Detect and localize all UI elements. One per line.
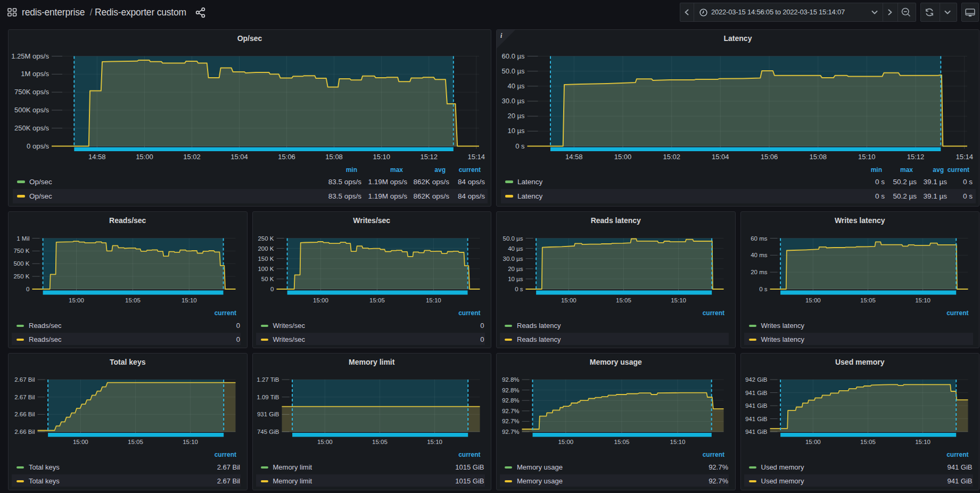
svg-text:0 s: 0 s bbox=[759, 286, 768, 292]
svg-text:250 K: 250 K bbox=[13, 273, 29, 280]
svg-text:10 µs: 10 µs bbox=[508, 276, 523, 282]
svg-text:15:12: 15:12 bbox=[420, 153, 438, 161]
svg-text:0 s: 0 s bbox=[515, 286, 523, 292]
svg-text:92.7%: 92.7% bbox=[502, 418, 520, 424]
svg-text:2.67 Bil: 2.67 Bil bbox=[14, 394, 35, 400]
svg-text:15:00: 15:00 bbox=[313, 297, 328, 303]
svg-text:15:02: 15:02 bbox=[663, 153, 680, 161]
svg-text:15:05: 15:05 bbox=[372, 439, 388, 445]
svg-text:200 K: 200 K bbox=[258, 245, 274, 252]
svg-text:745 GiB: 745 GiB bbox=[257, 429, 279, 435]
svg-text:941 GiB: 941 GiB bbox=[745, 416, 767, 422]
svg-text:20 ms: 20 ms bbox=[751, 269, 768, 275]
svg-text:14:58: 14:58 bbox=[565, 153, 583, 161]
svg-text:20 µs: 20 µs bbox=[507, 112, 525, 120]
svg-text:15:04: 15:04 bbox=[230, 153, 248, 161]
svg-text:15:00: 15:00 bbox=[805, 439, 820, 445]
svg-text:40 ms: 40 ms bbox=[751, 252, 768, 258]
svg-text:92.8%: 92.8% bbox=[502, 397, 520, 404]
svg-text:15:10: 15:10 bbox=[425, 297, 441, 303]
svg-text:15:00: 15:00 bbox=[73, 439, 88, 445]
svg-text:0 ops/s: 0 ops/s bbox=[27, 142, 49, 150]
svg-text:15:14: 15:14 bbox=[956, 153, 973, 161]
svg-text:250 K: 250 K bbox=[258, 235, 274, 242]
svg-text:150 K: 150 K bbox=[258, 256, 274, 262]
svg-text:40 µs: 40 µs bbox=[508, 245, 523, 252]
svg-text:15:02: 15:02 bbox=[183, 153, 201, 161]
svg-text:15:08: 15:08 bbox=[809, 153, 827, 161]
svg-text:941 GiB: 941 GiB bbox=[745, 402, 767, 409]
svg-text:2.66 Bil: 2.66 Bil bbox=[14, 411, 35, 417]
svg-text:30.0 µs: 30.0 µs bbox=[502, 97, 525, 105]
svg-text:15:00: 15:00 bbox=[614, 153, 632, 161]
svg-text:15:05: 15:05 bbox=[860, 297, 876, 303]
svg-text:15:05: 15:05 bbox=[614, 439, 630, 445]
svg-text:1.09 TiB: 1.09 TiB bbox=[257, 394, 279, 400]
svg-text:0: 0 bbox=[270, 286, 274, 292]
svg-text:750 K: 750 K bbox=[13, 248, 29, 254]
svg-text:15:10: 15:10 bbox=[915, 297, 930, 303]
svg-text:15:08: 15:08 bbox=[325, 153, 343, 161]
svg-text:15:05: 15:05 bbox=[369, 297, 385, 303]
svg-text:1 Mil: 1 Mil bbox=[17, 235, 29, 242]
svg-text:15:10: 15:10 bbox=[183, 439, 198, 445]
svg-text:15:00: 15:00 bbox=[805, 297, 820, 303]
svg-text:15:12: 15:12 bbox=[907, 153, 925, 161]
svg-text:15:05: 15:05 bbox=[616, 297, 631, 303]
svg-text:0 s: 0 s bbox=[515, 142, 525, 150]
svg-text:60 ms: 60 ms bbox=[751, 235, 768, 242]
svg-text:15:05: 15:05 bbox=[125, 297, 141, 303]
svg-text:15:10: 15:10 bbox=[915, 439, 930, 445]
svg-text:2.66 Bil: 2.66 Bil bbox=[14, 429, 35, 435]
svg-text:500 K: 500 K bbox=[13, 260, 29, 267]
svg-text:942 GiB: 942 GiB bbox=[745, 376, 767, 383]
svg-text:15:10: 15:10 bbox=[182, 297, 197, 303]
svg-text:250K ops/s: 250K ops/s bbox=[14, 124, 50, 132]
svg-text:1M ops/s: 1M ops/s bbox=[21, 70, 49, 78]
svg-text:941 GiB: 941 GiB bbox=[745, 390, 767, 396]
svg-text:750K ops/s: 750K ops/s bbox=[14, 88, 50, 96]
svg-text:15:00: 15:00 bbox=[136, 153, 153, 161]
svg-text:30.0 µs: 30.0 µs bbox=[503, 256, 523, 262]
svg-text:15:06: 15:06 bbox=[761, 153, 778, 161]
svg-text:15:06: 15:06 bbox=[278, 153, 295, 161]
svg-text:50 K: 50 K bbox=[261, 276, 274, 282]
svg-text:15:00: 15:00 bbox=[561, 297, 577, 303]
svg-text:10 µs: 10 µs bbox=[507, 127, 525, 135]
svg-text:15:10: 15:10 bbox=[671, 297, 686, 303]
svg-text:2.67 Bil: 2.67 Bil bbox=[14, 376, 35, 383]
svg-text:92.8%: 92.8% bbox=[502, 387, 520, 393]
svg-text:941 GiB: 941 GiB bbox=[745, 429, 767, 435]
svg-text:0: 0 bbox=[26, 286, 29, 292]
svg-text:1.27 TiB: 1.27 TiB bbox=[257, 376, 279, 383]
svg-text:50.0 µs: 50.0 µs bbox=[502, 67, 525, 75]
svg-text:60.0 µs: 60.0 µs bbox=[502, 52, 525, 60]
svg-text:92.7%: 92.7% bbox=[502, 408, 520, 414]
svg-text:15:00: 15:00 bbox=[317, 439, 332, 445]
svg-text:15:00: 15:00 bbox=[69, 297, 84, 303]
svg-text:14:58: 14:58 bbox=[88, 153, 106, 161]
svg-text:15:14: 15:14 bbox=[468, 153, 485, 161]
svg-text:15:05: 15:05 bbox=[128, 439, 143, 445]
svg-text:15:05: 15:05 bbox=[860, 439, 876, 445]
svg-text:15:10: 15:10 bbox=[670, 439, 686, 445]
svg-text:15:10: 15:10 bbox=[427, 439, 442, 445]
svg-text:500K ops/s: 500K ops/s bbox=[14, 106, 50, 114]
svg-text:15:10: 15:10 bbox=[373, 153, 390, 161]
svg-text:92.8%: 92.8% bbox=[502, 376, 520, 383]
svg-text:15:10: 15:10 bbox=[858, 153, 876, 161]
svg-text:20 µs: 20 µs bbox=[508, 266, 523, 272]
svg-text:15:04: 15:04 bbox=[712, 153, 729, 161]
svg-text:15:00: 15:00 bbox=[558, 439, 573, 445]
svg-text:50.0 µs: 50.0 µs bbox=[503, 235, 523, 242]
svg-text:40 µs: 40 µs bbox=[507, 82, 525, 90]
svg-text:931 GiB: 931 GiB bbox=[257, 411, 279, 417]
svg-text:1.25M ops/s: 1.25M ops/s bbox=[11, 52, 49, 60]
svg-text:100 K: 100 K bbox=[258, 266, 274, 272]
svg-text:92.7%: 92.7% bbox=[502, 429, 520, 435]
